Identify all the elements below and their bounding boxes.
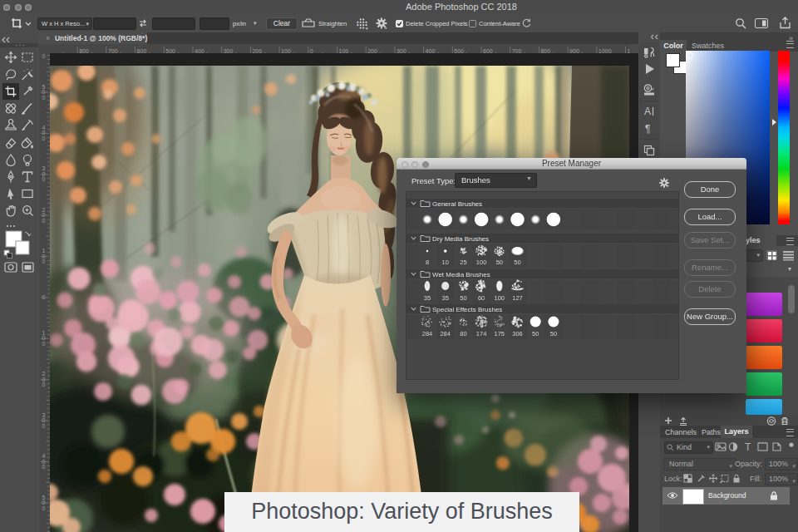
svg-text:¶: ¶ — [645, 123, 650, 135]
svg-text:100: 100 — [476, 259, 487, 266]
svg-text:T: T — [745, 441, 751, 453]
svg-text:50: 50 — [460, 294, 466, 302]
svg-text:0: 0 — [42, 294, 46, 300]
svg-text:400: 400 — [42, 125, 46, 141]
svg-text:35: 35 — [442, 294, 449, 302]
svg-text:35: 35 — [424, 294, 431, 302]
svg-text:500: 500 — [42, 495, 46, 511]
svg-text:175: 175 — [495, 330, 505, 337]
svg-text:100: 100 — [495, 294, 505, 302]
svg-text:25: 25 — [460, 259, 466, 266]
svg-text:10: 10 — [442, 259, 449, 266]
svg-text:50: 50 — [496, 259, 503, 266]
svg-text:127: 127 — [512, 294, 523, 302]
svg-text:A: A — [644, 106, 651, 117]
svg-text:284: 284 — [422, 330, 433, 337]
svg-text:100: 100 — [42, 248, 46, 264]
svg-text:600: 600 — [42, 53, 46, 59]
svg-text:300: 300 — [42, 412, 46, 429]
svg-text:Dry Media Brushes: Dry Media Brushes — [432, 235, 489, 243]
svg-text:174: 174 — [476, 330, 487, 337]
svg-text:50: 50 — [514, 259, 520, 266]
svg-text:306: 306 — [512, 330, 523, 337]
svg-text:100: 100 — [42, 330, 46, 347]
svg-text:400: 400 — [42, 453, 46, 470]
svg-text:60: 60 — [478, 294, 485, 302]
svg-text:50: 50 — [550, 330, 557, 337]
svg-text:80: 80 — [460, 330, 466, 337]
svg-text:General Brushes: General Brushes — [432, 200, 482, 208]
svg-text:8: 8 — [426, 259, 429, 266]
svg-text:Special Effects Brushes: Special Effects Brushes — [432, 306, 502, 313]
svg-text:284: 284 — [440, 330, 451, 337]
svg-text:50: 50 — [532, 330, 539, 337]
svg-text:200: 200 — [42, 371, 46, 387]
svg-text:300: 300 — [42, 165, 46, 182]
svg-text:500: 500 — [42, 84, 46, 101]
svg-text:200: 200 — [42, 207, 46, 224]
svg-text:Wet Media Brushes: Wet Media Brushes — [432, 271, 490, 278]
